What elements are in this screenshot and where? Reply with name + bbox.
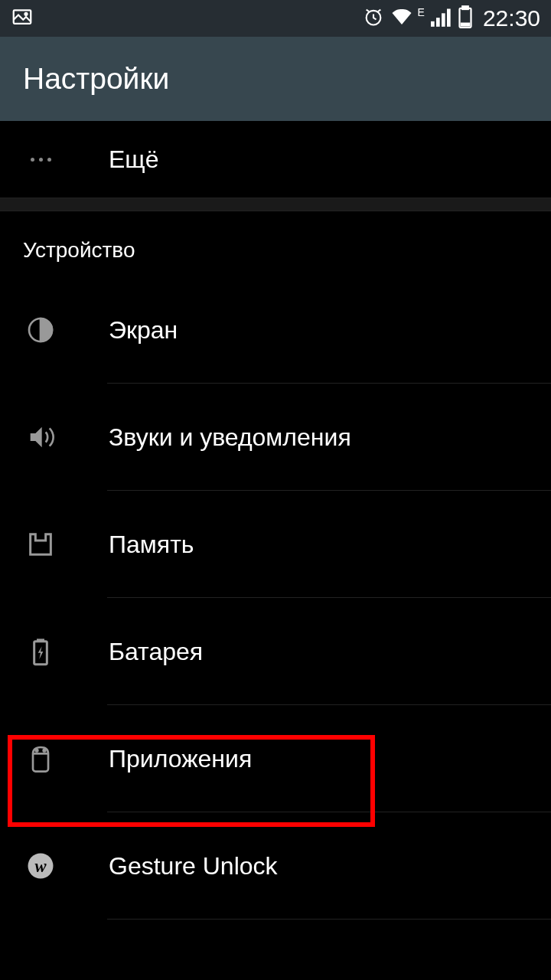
status-time: 22:30 [483,5,540,31]
svg-point-1 [25,13,28,15]
svg-rect-12 [37,639,44,641]
more-icon [23,142,58,177]
svg-rect-5 [442,13,445,27]
settings-item-apps[interactable]: Приложения [0,705,551,812]
item-label: Память [109,531,194,559]
svg-rect-9 [461,23,471,27]
page-title: Настройки [23,62,169,96]
item-label: Gesture Unlock [109,852,278,880]
svg-point-15 [44,750,46,752]
status-left [11,5,34,31]
storage-icon [23,527,58,562]
item-label: Батарея [109,638,203,666]
battery-icon [458,5,472,31]
settings-item-more[interactable]: Ещё [0,121,551,198]
alarm-icon [363,6,384,31]
network-type-indicator: E [418,6,425,18]
settings-item-battery[interactable]: Батарея [0,598,551,705]
section-header-device: Устройство [0,211,551,276]
gesture-icon: w [23,848,58,884]
signal-icon [431,7,452,30]
section-divider [0,198,551,211]
divider [107,919,551,920]
status-right: E 22:30 [363,5,540,31]
svg-rect-3 [431,21,435,27]
settings-item-sound[interactable]: Звуки и уведомления [0,384,551,491]
svg-text:w: w [34,857,47,876]
status-bar: E 22:30 [0,0,551,37]
action-bar: Настройки [0,37,551,121]
apps-icon [23,741,58,776]
settings-item-gesture[interactable]: w Gesture Unlock [0,812,551,920]
svg-point-14 [36,750,38,752]
settings-list: Ещё Устройство Экран Звуки и уведомления [0,121,551,920]
settings-item-display[interactable]: Экран [0,276,551,384]
svg-rect-4 [436,18,440,27]
svg-rect-6 [447,9,451,27]
display-icon [23,312,58,348]
item-label: Звуки и уведомления [109,423,351,452]
sound-icon [23,420,58,455]
svg-rect-8 [462,6,468,9]
settings-item-storage[interactable]: Память [0,491,551,598]
item-label: Ещё [109,145,158,174]
battery-settings-icon [23,634,58,669]
wifi-icon [390,7,413,30]
item-label: Приложения [109,745,252,773]
picture-icon [11,5,34,31]
item-label: Экран [109,316,178,345]
